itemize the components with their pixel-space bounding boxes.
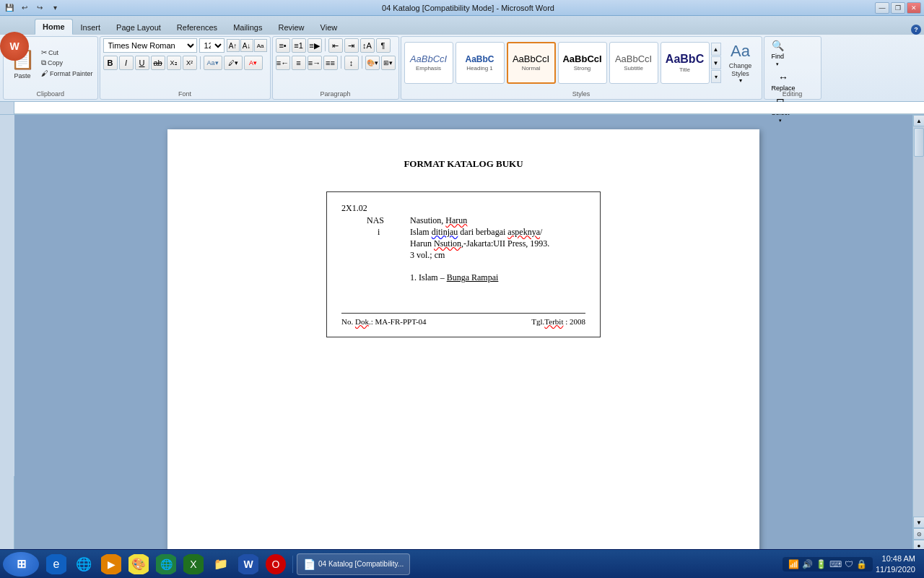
show-marks-btn[interactable]: ¶: [376, 38, 391, 53]
taskbar-network[interactable]: 🌐: [153, 553, 179, 575]
undo-quick-btn[interactable]: ↩: [18, 2, 31, 14]
customize-quick-btn[interactable]: ▾: [48, 2, 61, 14]
catalog-line2: Harun Nsution,-Jakarta:UII Press, 1993.: [410, 238, 585, 249]
taskbar-folder[interactable]: 📁: [208, 553, 234, 575]
maximize-btn[interactable]: ❐: [891, 2, 905, 14]
find-label: Find: [772, 53, 785, 60]
help-btn[interactable]: ?: [911, 25, 921, 35]
increase-indent-btn[interactable]: ⇥: [344, 38, 359, 53]
strikethrough-button[interactable]: ab: [151, 56, 165, 70]
active-window-btn[interactable]: 📄 04 Katalog [Compatibility...: [297, 553, 410, 575]
styles-scroll-down[interactable]: ▼: [711, 56, 721, 69]
underline-button[interactable]: U: [135, 56, 149, 70]
bullets-btn[interactable]: ≡•: [276, 38, 290, 53]
catalog-nas-indent: [341, 215, 367, 226]
font-color-button[interactable]: A▾: [244, 56, 263, 70]
align-left-btn[interactable]: ≡←: [276, 56, 290, 70]
battery-icon[interactable]: 🔋: [816, 559, 827, 569]
bold-button[interactable]: B: [103, 56, 118, 70]
subscript-button[interactable]: X₂: [167, 56, 181, 70]
scroll-thumb[interactable]: [914, 128, 924, 157]
style-emphasis[interactable]: AaBbCcI Emphasis: [404, 42, 453, 84]
tab-references[interactable]: References: [169, 19, 225, 35]
network-tray-icon[interactable]: 📶: [788, 559, 799, 569]
minimize-btn[interactable]: —: [875, 2, 889, 14]
tab-mailings[interactable]: Mailings: [225, 19, 270, 35]
volume-icon[interactable]: 🔊: [802, 559, 813, 569]
shield-icon[interactable]: 🛡: [845, 559, 853, 569]
multilevel-btn[interactable]: ≡▶: [308, 38, 322, 53]
vertical-scrollbar[interactable]: ▲ ▼ ⊙ ● ⊙: [912, 115, 924, 563]
taskbar-winamp[interactable]: ▶: [98, 553, 124, 575]
taskbar-ie[interactable]: e: [43, 553, 69, 575]
save-quick-btn[interactable]: 💾: [3, 2, 16, 14]
format-painter-button[interactable]: 🖌 Format Painter: [40, 69, 95, 78]
style-heading1[interactable]: AaBbC Heading 1: [456, 42, 505, 84]
numbering-btn[interactable]: ≡1: [292, 38, 306, 53]
justify-btn[interactable]: ≡≡: [323, 56, 338, 70]
antivirus-icon[interactable]: 🔒: [856, 559, 867, 569]
tab-home[interactable]: Home: [35, 19, 73, 35]
font-size-select[interactable]: 12: [199, 38, 225, 53]
paste-label: Paste: [14, 72, 30, 79]
office-button[interactable]: W: [0, 32, 29, 61]
tab-page-layout[interactable]: Page Layout: [108, 19, 169, 35]
keyboard-icon[interactable]: ⌨: [829, 559, 842, 569]
taskbar-excel[interactable]: X: [180, 553, 206, 575]
start-button[interactable]: ⊞: [3, 552, 39, 577]
taskbar-word[interactable]: W: [235, 553, 261, 575]
shading-btn[interactable]: 🎨▾: [365, 56, 380, 70]
author-name-underline: Harun: [445, 215, 467, 225]
font-family-select[interactable]: Times New Roman: [103, 38, 197, 53]
redo-quick-btn[interactable]: ↪: [33, 2, 46, 14]
tab-insert[interactable]: Insert: [73, 19, 109, 35]
scroll-up-btn[interactable]: ▲: [913, 115, 924, 126]
align-center-btn[interactable]: ≡: [292, 56, 306, 70]
styles-expand[interactable]: ▾: [711, 70, 721, 83]
style-title[interactable]: AaBbC Title: [661, 42, 710, 84]
find-button[interactable]: 🔍 Find ▾: [767, 38, 789, 69]
style-emphasis-preview: AaBbCcI: [410, 54, 447, 64]
highlight-button[interactable]: 🖊▾: [224, 56, 243, 70]
taskbar-chrome[interactable]: 🌐: [71, 553, 97, 575]
decrease-indent-btn[interactable]: ⇤: [328, 38, 343, 53]
align-right-btn[interactable]: ≡→: [308, 56, 322, 70]
document-page: FORMAT KATALOG BUKU 2X1.02 NAS Nasution,…: [167, 129, 759, 563]
copy-button[interactable]: ⧉ Copy: [40, 58, 95, 68]
shrink-font-btn[interactable]: A↓: [240, 39, 253, 52]
scroll-down-btn[interactable]: ▼: [913, 517, 924, 528]
scroll-prev-page[interactable]: ⊙: [913, 528, 924, 540]
catalog-line3-indent1: [341, 250, 367, 261]
style-title-preview: AaBbC: [666, 53, 704, 65]
borders-btn[interactable]: ⊞▾: [381, 56, 396, 70]
cut-button[interactable]: ✂ Cut: [40, 48, 95, 57]
catalog-box: 2X1.02 NAS Nasution, Harun i: [326, 191, 601, 337]
cut-label: Cut: [48, 49, 58, 56]
system-tray: 📶 🔊 🔋 ⌨ 🛡 🔒: [783, 557, 873, 571]
taskbar-paint[interactable]: 🎨: [126, 553, 152, 575]
clear-format-btn[interactable]: Aa: [254, 39, 267, 52]
title-bar-left: 💾 ↩ ↪ ▾: [3, 2, 61, 14]
tab-view[interactable]: View: [313, 19, 346, 35]
chrome-icon: 🌐: [74, 554, 94, 574]
ruler-left-corner: [0, 102, 14, 114]
style-normal[interactable]: AaBbCcI Normal: [507, 42, 556, 84]
grow-font-btn[interactable]: A↑: [227, 39, 240, 52]
change-styles-button[interactable]: Aa Change Styles ▾: [723, 42, 759, 84]
catalog-spacer: [341, 262, 585, 272]
document-area[interactable]: FORMAT KATALOG BUKU 2X1.02 NAS Nasution,…: [14, 115, 912, 563]
text-effects-button[interactable]: Aa▾: [204, 56, 222, 70]
line-spacing-btn[interactable]: ↕: [344, 56, 359, 70]
italic-button[interactable]: I: [119, 56, 134, 70]
clock-display[interactable]: 10:48 AM 11/19/2020: [876, 553, 915, 574]
styles-scroll-up[interactable]: ▲: [711, 43, 721, 56]
taskbar-opera[interactable]: O: [263, 553, 289, 575]
style-subtitle[interactable]: AaBbCcI Subtitle: [609, 42, 658, 84]
sort-btn[interactable]: ↕A: [360, 38, 375, 53]
document-title: FORMAT KATALOG BUKU: [211, 158, 716, 170]
close-btn[interactable]: ✕: [907, 2, 921, 14]
style-strong[interactable]: AaBbCcI Strong: [558, 42, 607, 84]
superscript-button[interactable]: X²: [183, 56, 197, 70]
active-window-label: 04 Katalog [Compatibility...: [318, 560, 404, 568]
tab-review[interactable]: Review: [270, 19, 312, 35]
